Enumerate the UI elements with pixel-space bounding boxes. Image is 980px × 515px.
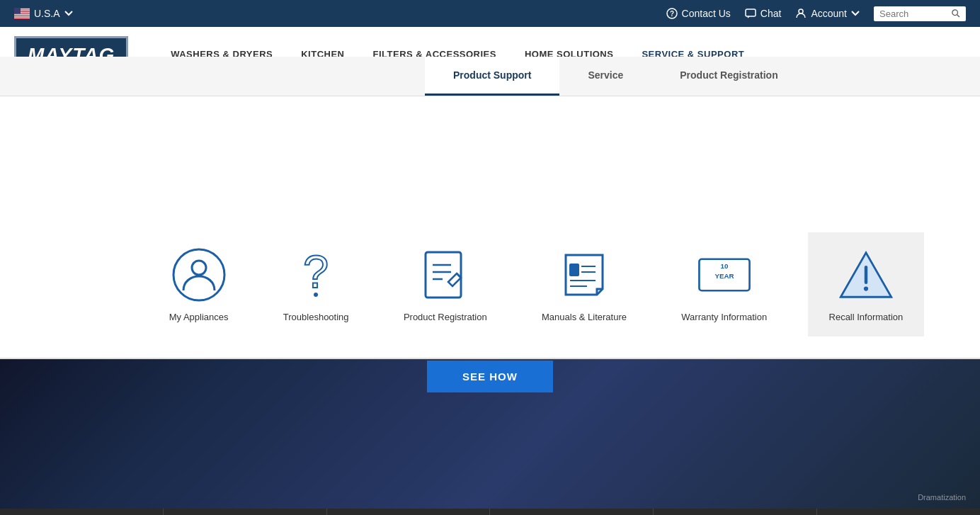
account-label: Account [811,8,847,19]
recall-icon [838,247,894,303]
dropdown-tabs: Product Support Service Product Registra… [0,57,980,96]
dramatization-label: Dramatization [918,493,966,502]
appliance-bar: WASHERS DRYERS [0,509,980,515]
svg-text:10: 10 [720,262,728,270]
svg-point-17 [314,293,318,297]
svg-rect-10 [746,9,756,16]
svg-point-12 [952,10,958,16]
country-label: U.S.A [34,8,60,19]
troubleshooting-label: Troubleshooting [283,312,349,322]
manuals-icon [556,247,612,303]
svg-rect-6 [14,18,30,18]
svg-text:?: ? [670,10,674,18]
chevron-down-icon [64,11,73,16]
dropdown-container: Product Support Service Product Registra… [0,57,980,96]
appliance-ranges[interactable]: RANGES [490,509,654,515]
appliance-dishwashers[interactable]: DISHWASHERS [654,509,817,515]
contact-us-label: Contact Us [682,8,731,19]
product-registration-icon [417,247,474,303]
see-how-button[interactable]: SEE HOW [427,361,553,392]
account-icon [795,8,807,19]
submenu-manuals[interactable]: Manuals & Literature [528,239,641,329]
svg-rect-23 [570,264,579,276]
chat-label: Chat [760,8,782,19]
search-input[interactable] [879,9,947,19]
tab-product-registration[interactable]: Product Registration [651,57,806,96]
appliance-refrigerators[interactable]: REFRIGERATORS [327,509,491,515]
recall-label: Recall Information [829,312,904,322]
chat-link[interactable]: Chat [745,8,782,19]
search-bar[interactable] [874,6,966,21]
appliance-washers[interactable]: WASHERS [0,509,164,515]
warranty-label: Warranty Information [681,312,767,322]
tab-product-support[interactable]: Product Support [425,57,559,96]
svg-point-34 [864,286,868,290]
tab-service[interactable]: Service [559,57,651,96]
help-icon: ? [666,8,678,19]
svg-point-11 [799,9,803,13]
submenu-recall[interactable]: Recall Information [808,232,925,336]
troubleshooting-icon: ? [287,247,344,303]
svg-rect-4 [14,14,30,15]
account-link[interactable]: Account [795,8,860,19]
content-area: My Appliances ? Troubleshooting [0,211,980,515]
submenu-my-appliances[interactable]: My Appliances [155,239,243,329]
flag-icon [14,8,30,19]
submenu-product-registration[interactable]: Product Registration [389,239,501,329]
svg-rect-5 [14,16,30,16]
account-chevron-icon [851,11,860,16]
my-appliances-icon [171,247,227,303]
appliance-dryers[interactable]: DRYERS [164,509,327,515]
warranty-icon: 10 YEAR [696,247,753,303]
svg-line-13 [957,15,959,17]
search-icon [952,9,960,18]
appliance-microwaves[interactable]: MICROWAVES [817,509,980,515]
contact-us-link[interactable]: ? Contact Us [666,8,731,19]
manuals-label: Manuals & Literature [542,312,627,322]
country-selector[interactable]: U.S.A [14,8,73,19]
product-registration-label: Product Registration [404,312,487,322]
top-bar: U.S.A ? Contact Us Chat Account [0,0,980,27]
svg-point-15 [192,261,206,275]
svg-rect-7 [14,8,21,14]
my-appliances-label: My Appliances [169,312,229,322]
submenu-troubleshooting[interactable]: ? Troubleshooting [269,239,363,329]
svg-text:?: ? [303,247,329,298]
submenu-panel: My Appliances ? Troubleshooting [0,211,980,359]
chat-icon [745,8,756,19]
submenu-warranty[interactable]: 10 YEAR Warranty Information [667,239,781,329]
svg-text:YEAR: YEAR [714,272,734,280]
